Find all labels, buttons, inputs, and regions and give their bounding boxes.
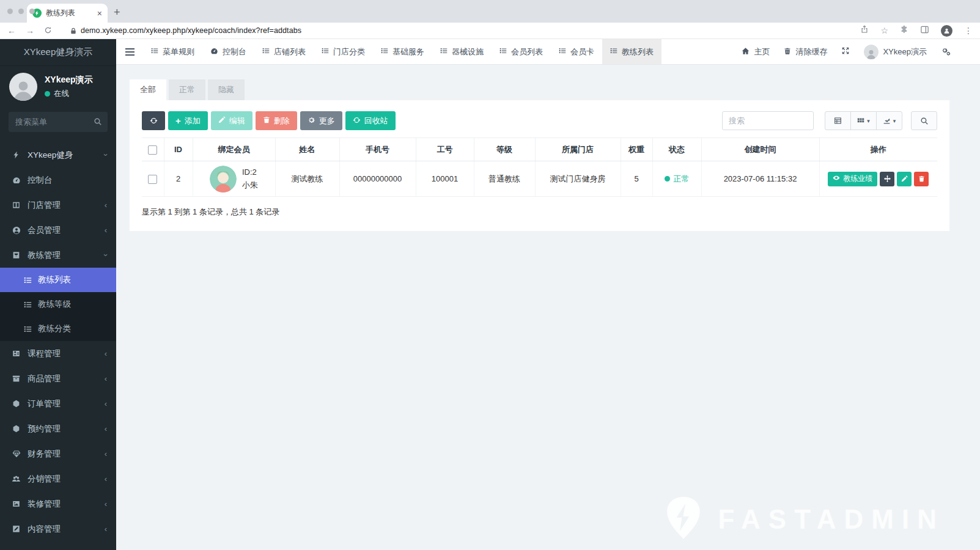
- sidebar-item-content-mgmt[interactable]: 内容管理 ‹: [0, 516, 116, 541]
- settings-cogs-icon[interactable]: [941, 48, 951, 56]
- window-close-button[interactable]: [7, 9, 13, 14]
- topnav-tab-member-card[interactable]: 会员卡: [551, 39, 602, 64]
- sidebar-item-goods-mgmt[interactable]: 商品管理 ‹: [0, 366, 116, 391]
- drag-sort-button[interactable]: [880, 172, 894, 186]
- sidebar-item-label: 教练管理: [28, 250, 61, 261]
- reload-icon[interactable]: [44, 26, 52, 35]
- chevron-left-icon: ‹: [105, 350, 107, 358]
- topnav-tab-member-list[interactable]: 会员列表: [492, 39, 551, 64]
- row-edit-button[interactable]: [897, 172, 912, 186]
- bookmark-star-icon[interactable]: ☆: [880, 26, 888, 35]
- home-link[interactable]: 主页: [742, 46, 770, 57]
- sidebar-subitem-coach-level[interactable]: 教练等级: [0, 292, 116, 317]
- status-badge: 正常: [665, 174, 690, 185]
- more-label: 更多: [319, 116, 335, 127]
- sidebar-item-finance-mgmt[interactable]: 财务管理 ‹: [0, 441, 116, 466]
- clear-cache-link[interactable]: 清除缓存: [784, 46, 827, 57]
- more-button[interactable]: 更多: [300, 111, 342, 130]
- topnav-tab-label: 菜单规则: [163, 46, 194, 57]
- sidebar-subitem-coach-list[interactable]: 教练列表: [0, 268, 116, 292]
- sidebar-item-member-mgmt[interactable]: 会员管理 ‹: [0, 218, 116, 243]
- sidebar-item-label: 课程管理: [28, 348, 61, 359]
- list-icon: [23, 276, 32, 284]
- sidebar-toggle-button[interactable]: [116, 39, 143, 64]
- list-icon: [440, 47, 448, 56]
- search-submit-button[interactable]: [911, 111, 937, 130]
- sidebar-item-course-mgmt[interactable]: 课程管理 ‹: [0, 341, 116, 366]
- edit-button[interactable]: 编辑: [211, 111, 252, 130]
- new-tab-button[interactable]: +: [114, 6, 120, 19]
- url-bar[interactable]: demo.xykeep.com/xykeep.php/xykeep/coach/…: [81, 26, 301, 35]
- sidebar-item-booking-mgmt[interactable]: 预约管理 ‹: [0, 416, 116, 441]
- topnav-tab-menu-rules[interactable]: 菜单规则: [143, 39, 202, 64]
- sidebar-item-label: 财务管理: [28, 449, 61, 460]
- sidebar-subitem-label: 教练等级: [38, 299, 71, 310]
- lock-icon[interactable]: [70, 27, 76, 35]
- filter-tab-hidden[interactable]: 隐藏: [208, 79, 245, 100]
- topnav-tab-basic-services[interactable]: 基础服务: [373, 39, 432, 64]
- user-panel: XYkeep演示 在线: [0, 66, 116, 106]
- refresh-button[interactable]: [142, 111, 165, 130]
- toggle-view-button[interactable]: [825, 111, 851, 130]
- sidebar-item-distribution-mgmt[interactable]: 分销管理 ‹: [0, 466, 116, 491]
- topnav-tab-console[interactable]: 控制台: [202, 39, 254, 64]
- screen: 教练列表 × + ← → demo.xykeep.com/xykeep.php/…: [0, 0, 980, 550]
- cell-name: 测试教练: [275, 161, 339, 197]
- back-icon[interactable]: ←: [7, 26, 16, 35]
- col-created-at: 创建时间: [701, 138, 819, 161]
- side-panel-icon[interactable]: [920, 25, 929, 37]
- topbar-username: XYkeep演示: [883, 46, 927, 57]
- window-maximize-button[interactable]: [29, 9, 35, 14]
- table-search-input[interactable]: [722, 111, 814, 130]
- topnav-tab-store-category[interactable]: 门店分类: [314, 39, 373, 64]
- sidebar-item-label: 控制台: [28, 175, 53, 186]
- sidebar-item-coach-mgmt[interactable]: 教练管理 ›: [0, 243, 116, 268]
- plus-icon: +: [175, 116, 181, 125]
- browser-menu-icon[interactable]: ⋮: [964, 26, 973, 35]
- topnav-tab-label: 教练列表: [622, 46, 654, 57]
- filter-tab-all[interactable]: 全部: [130, 79, 166, 100]
- row-checkbox[interactable]: [148, 175, 157, 184]
- columns-dropdown-button[interactable]: ▾: [850, 111, 877, 130]
- browser-profile-icon[interactable]: [941, 25, 952, 37]
- sidebar-item-label: 装修管理: [28, 499, 61, 510]
- coach-performance-button[interactable]: 教练业绩: [828, 172, 877, 186]
- topbar-user[interactable]: XYkeep演示: [864, 45, 927, 59]
- recycle-bin-button[interactable]: 回收站: [345, 111, 396, 130]
- delete-button[interactable]: 删除: [256, 111, 297, 130]
- col-phone: 手机号: [339, 138, 416, 161]
- cell-bound-member: ID:2 小朱: [193, 166, 275, 193]
- tab-close-icon[interactable]: ×: [97, 9, 102, 18]
- filter-tab-normal[interactable]: 正常: [169, 79, 205, 100]
- gem-icon: [12, 450, 21, 458]
- menu-search-input[interactable]: [9, 112, 108, 132]
- topnav-tab-equipment[interactable]: 器械设施: [432, 39, 492, 64]
- coach-submenu: 教练列表 教练等级 教练分类: [0, 268, 116, 341]
- window-minimize-button[interactable]: [18, 9, 24, 14]
- extensions-icon[interactable]: [900, 25, 908, 36]
- topnav-tab-coach-list[interactable]: 教练列表: [602, 39, 661, 64]
- browser-tab[interactable]: 教练列表 ×: [27, 4, 108, 23]
- user-circle-icon: [12, 226, 21, 235]
- select-all-checkbox[interactable]: [148, 145, 157, 155]
- chevron-left-icon: ‹: [105, 400, 107, 408]
- share-icon[interactable]: [860, 25, 869, 36]
- chevron-left-icon: ‹: [105, 375, 107, 383]
- sidebar-item-xykeep[interactable]: XYkeep健身 ›: [0, 142, 116, 167]
- topnav-tab-store-list[interactable]: 店铺列表: [254, 39, 314, 64]
- row-delete-button[interactable]: [914, 172, 929, 186]
- recycle-icon: [353, 116, 361, 126]
- pen-square-icon: [12, 525, 21, 533]
- sidebar-item-order-mgmt[interactable]: 订单管理 ‹: [0, 391, 116, 416]
- sidebar-item-store-mgmt[interactable]: 门店管理 ‹: [0, 193, 116, 218]
- sidebar-item-decoration-mgmt[interactable]: 装修管理 ‹: [0, 491, 116, 516]
- member-id: ID:2: [242, 166, 258, 178]
- table-row: 2 ID:2 小朱: [142, 161, 937, 197]
- sidebar-subitem-coach-category[interactable]: 教练分类: [0, 317, 116, 341]
- export-dropdown-button[interactable]: ▾: [876, 111, 902, 130]
- sidebar-item-console[interactable]: 控制台: [0, 167, 116, 193]
- topbar-avatar: [864, 45, 879, 59]
- forward-icon[interactable]: →: [26, 26, 34, 35]
- add-button[interactable]: + 添加: [168, 111, 208, 130]
- fullscreen-button[interactable]: [841, 46, 850, 57]
